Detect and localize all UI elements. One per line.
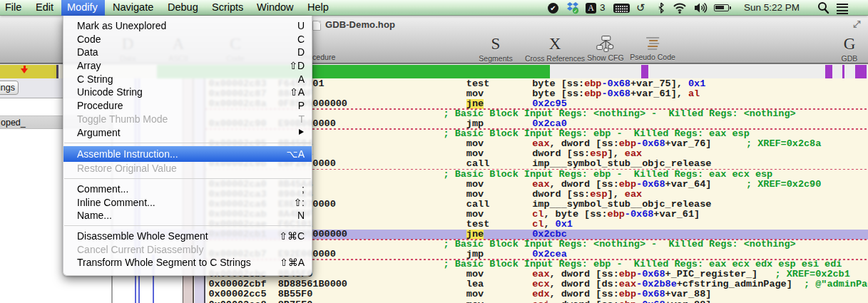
toolbar-button-show-cfg[interactable]: Show CFG: [587, 36, 623, 62]
svg-text:✓: ✓: [573, 9, 578, 14]
asm-operand-token: +var_88]: [665, 289, 712, 299]
asm-operand-token: 0x1: [556, 219, 573, 230]
menubar-item-navigate[interactable]: Navigate: [113, 0, 153, 16]
toolbar-button-pseudo-code[interactable]: Pseudo Code: [630, 36, 675, 61]
submenu-arrow-icon: [299, 129, 304, 135]
document-proxy-icon[interactable]: [312, 21, 321, 31]
spotlight-icon[interactable]: [817, 0, 829, 16]
menu-item-code[interactable]: CodeC: [63, 33, 312, 46]
menubar-item-edit[interactable]: Edit: [36, 0, 53, 16]
menu-item-shortcut: ⇧D: [289, 59, 305, 73]
menu-item-assemble-instruction[interactable]: Assemble Instruction...⌥A: [63, 146, 312, 162]
asm-operand-token: ebp: [619, 299, 636, 303]
menu-item-shortcut: ⇧:: [293, 196, 305, 210]
menu-item-shortcut: D: [297, 46, 305, 59]
asm-operand-token: esp: [590, 148, 607, 159]
asm-operand-token: -0x68: [636, 299, 665, 303]
asm-operand-token: al: [688, 88, 700, 99]
asm-operand-token: -0x68: [636, 289, 665, 299]
menu-item-name[interactable]: Name...N: [63, 209, 312, 222]
asm-mnemonic: mov: [466, 139, 484, 149]
menubar-item-debug[interactable]: Debug: [168, 0, 198, 16]
asm-operands: 0x2ca0: [532, 119, 567, 129]
menu-item-data[interactable]: DataD: [63, 46, 312, 59]
menu-item-mark-as-unexplored[interactable]: Mark as UnexploredU: [63, 19, 312, 33]
asm-operands: eax, dword [ss:ebp-0x68+_PIC_register_]: [532, 269, 757, 279]
pseudo-code-icon: [640, 36, 665, 51]
menu-item-transform-whole-segment-to-c-strings[interactable]: Transform Whole Segment to C Strings⇧⌘A: [63, 256, 312, 269]
volume-icon[interactable]: [693, 0, 708, 16]
nav-segment-5: [825, 65, 832, 78]
menubar-item-file[interactable]: File: [5, 0, 21, 16]
asm-operand-token: -0x68: [625, 209, 654, 220]
asm-operand-token: byte [ss:: [532, 78, 584, 89]
strings-tab-button[interactable]: Strings: [0, 81, 19, 95]
asm-operand-token: eax: [625, 189, 642, 200]
dropbox-icon[interactable]: ✓: [566, 0, 579, 16]
asm-operands: edx, dword [ss:ebp-0x68+var_88]: [532, 289, 711, 299]
asm-operands: 0x2c95: [532, 99, 567, 109]
menu-item-comment[interactable]: Comment...;: [63, 183, 312, 196]
menu-item-label: Cancel Current Disassembly: [77, 244, 203, 255]
menu-item-toggle-thumb-mode: Toggle Thumb ModeT: [63, 113, 312, 126]
asm-address: 0x00002cc5: [209, 289, 267, 299]
menu-item-shortcut: ⇧⌘A: [280, 256, 305, 269]
toolbar-label: GDB: [842, 54, 858, 63]
asm-operands: ecx, dword [ds:eax-0x2b8e+cfstring_admin…: [532, 279, 792, 289]
menubar-item-help[interactable]: Help: [307, 0, 329, 16]
asm-operand-token: eax: [532, 138, 549, 149]
clock-label[interactable]: Sun 5:22 PM: [744, 0, 800, 16]
asm-operand-token: ,: [543, 219, 555, 230]
menu-item-label: Mark as Unexplored: [77, 20, 166, 31]
asm-operand-token: -0x68: [636, 138, 665, 149]
asm-row[interactable]: 0x00002cbf8D88561B0000leaecx, dword [ds:…: [113, 279, 868, 289]
asm-operand-token: dword [ss:: [532, 148, 590, 159]
asm-bytes: 8B75F0: [278, 300, 313, 303]
asm-operand-token: , dword [ss:: [550, 138, 619, 149]
menu-item-label: Assemble Instruction...: [77, 148, 178, 160]
asm-row[interactable]: 0x00002cc88B75F0movesi, dword [ss:ebp-0x…: [113, 300, 868, 303]
toolbar-letter-icon-s: S: [479, 36, 512, 53]
show-cfg-icon: [596, 36, 615, 52]
menu-item-unicode-string[interactable]: Unicode String⇧A: [63, 86, 312, 99]
menubar-item-scripts[interactable]: Scripts: [212, 0, 243, 16]
menu-item-disassemble-whole-segment[interactable]: Disassemble Whole Segment⇧⌘C: [63, 230, 312, 243]
asm-operand-token: -0x68: [636, 269, 665, 279]
notification-center-icon[interactable]: [837, 4, 848, 19]
asm-operand-token: , byte [ss:: [543, 209, 607, 220]
asm-row[interactable]: 0x00002cc58B55F0movedx, dword [ss:ebp-0x…: [113, 289, 868, 299]
asm-operands: esi, dword [ss:ebp-0x68+var_88]: [532, 300, 711, 303]
toolbar-label: Cross References: [525, 54, 585, 63]
toolbar-button-gdb[interactable]: GGDB: [842, 36, 858, 63]
menu-item-label: Disassemble Whole Segment: [77, 230, 208, 242]
asm-operand-token: ebp: [619, 138, 636, 149]
menu-item-c-string[interactable]: C StringA: [63, 73, 312, 86]
fullscreen-icon[interactable]: ⤢: [853, 19, 860, 30]
menu-item-procedure[interactable]: ProcedureP: [63, 99, 312, 113]
asm-operand-token: cl: [532, 219, 543, 230]
asm-operands: eax, dword [ss:ebp-0x68+var_64]: [532, 180, 711, 190]
wifi-icon[interactable]: [673, 0, 687, 16]
menubar-item-modify[interactable]: Modify: [67, 0, 98, 16]
time-machine-icon[interactable]: ↺: [636, 0, 645, 16]
bluetooth-icon[interactable]: [658, 0, 665, 16]
asm-mnemonic: test: [466, 220, 489, 230]
menubar-item-window[interactable]: Window: [257, 0, 294, 16]
adobe-a-glyph: A: [586, 3, 596, 14]
check-glyph: ✔: [548, 3, 558, 14]
menu-item-label: Procedure: [77, 100, 123, 111]
menu-item-shortcut: C: [297, 33, 305, 46]
asm-bytes: 8B55F0: [278, 289, 313, 299]
menu-item-array[interactable]: Array⇧D: [63, 59, 312, 73]
asm-operand-token: cl: [532, 209, 543, 220]
menu-item-argument[interactable]: Argument: [63, 126, 312, 140]
asm-operand-token: dword [ss:: [532, 189, 590, 200]
menu-item-inline-comment[interactable]: Inline Comment...⇧:: [63, 196, 312, 210]
menu-item-label: Toggle Thumb Mode: [77, 113, 168, 125]
toolbar-button-segments[interactable]: SSegments: [479, 36, 512, 63]
asm-operand-token: -0x68: [601, 88, 630, 99]
toolbar-button-cross-references[interactable]: XCross References: [525, 36, 585, 63]
menu-separator: [63, 175, 312, 183]
toolbar-letter-icon-x: X: [525, 36, 585, 53]
menu-item-shortcut: N: [297, 209, 305, 222]
